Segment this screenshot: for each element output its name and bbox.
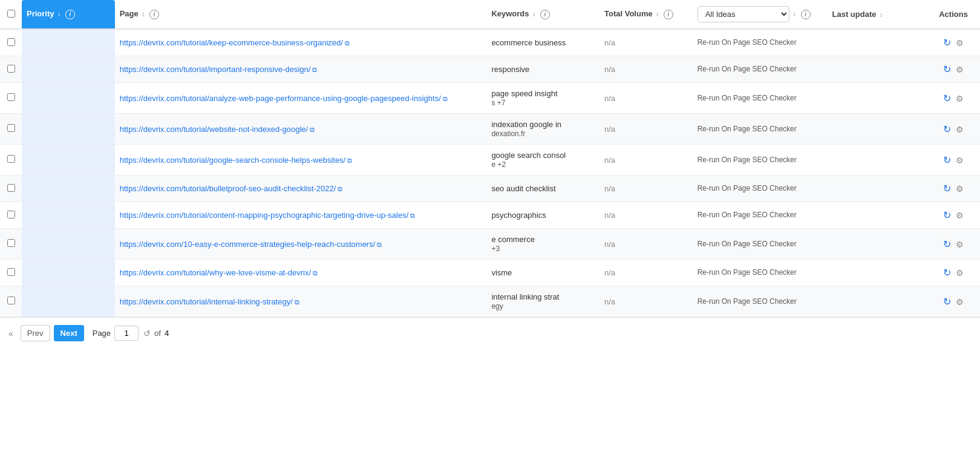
page-url-link[interactable]: https://devrix.com/tutorial/internal-lin…	[120, 297, 293, 306]
keyword-extra: e +2	[491, 160, 506, 169]
page-url-link[interactable]: https://devrix.com/tutorial/bulletproof-…	[120, 184, 336, 193]
keyword-text: indexation google in	[491, 120, 561, 129]
gear-icon: ⚙	[956, 297, 964, 307]
row-checkbox[interactable]	[7, 268, 15, 276]
row-checkbox[interactable]	[7, 184, 15, 192]
actions-cell: ↻⚙	[927, 29, 980, 56]
keyword-text: google search consol	[491, 151, 566, 160]
update-date-cell	[828, 114, 927, 145]
external-link-icon: ⧉	[310, 126, 315, 133]
gear-icon: ⚙	[956, 268, 964, 278]
refresh-button[interactable]: ↻	[941, 153, 953, 167]
gear-button[interactable]: ⚙	[953, 296, 966, 308]
refresh-button[interactable]: ↻	[941, 122, 953, 136]
table-row: https://devrix.com/tutorial/content-mapp…	[0, 202, 980, 229]
gear-icon: ⚙	[956, 240, 964, 249]
gear-icon: ⚙	[956, 38, 964, 48]
table-row: https://devrix.com/tutorial/important-re…	[0, 56, 980, 83]
row-checkbox-cell	[0, 229, 22, 260]
row-checkbox[interactable]	[7, 65, 15, 73]
volume-cell: n/a	[599, 56, 693, 83]
gear-icon: ⚙	[956, 125, 964, 134]
gear-button[interactable]: ⚙	[953, 238, 966, 251]
select-all-checkbox[interactable]	[7, 10, 15, 18]
gear-button[interactable]: ⚙	[953, 154, 966, 166]
page-url-cell: https://devrix.com/10-easy-e-commerce-st…	[115, 229, 487, 260]
update-sort-icon: ↕	[880, 11, 883, 18]
last-update-text: Re-run On Page SEO Checker	[697, 94, 797, 102]
last-update-text: Re-run On Page SEO Checker	[697, 156, 797, 164]
header-priority[interactable]: Priority ↕ i	[22, 0, 115, 29]
header-page[interactable]: Page ↕ i	[115, 0, 487, 29]
gear-button[interactable]: ⚙	[953, 93, 966, 105]
header-keywords[interactable]: Keywords ↕ i	[486, 0, 599, 29]
row-checkbox[interactable]	[7, 155, 15, 163]
gear-icon: ⚙	[956, 184, 964, 194]
keywords-cell: indexation google indexation.fr	[486, 114, 599, 145]
keywords-cell: visme	[486, 260, 599, 286]
volume-value: n/a	[604, 211, 615, 220]
actions-cell: ↻⚙	[927, 114, 980, 145]
prev-button[interactable]: Prev	[21, 325, 50, 341]
header-last-update[interactable]: Last update ↕	[828, 0, 927, 29]
priority-cell	[22, 145, 115, 176]
keyword-text: page speed insight	[491, 89, 557, 98]
refresh-button[interactable]: ↻	[941, 91, 953, 105]
row-checkbox-cell	[0, 260, 22, 286]
table-row: https://devrix.com/tutorial/why-we-love-…	[0, 260, 980, 286]
page-url-cell: https://devrix.com/tutorial/internal-lin…	[115, 286, 487, 317]
page-url-cell: https://devrix.com/tutorial/keep-ecommer…	[115, 29, 487, 56]
refresh-button[interactable]: ↻	[941, 295, 953, 309]
page-input[interactable]	[114, 326, 139, 341]
row-checkbox[interactable]	[7, 211, 15, 218]
row-checkbox[interactable]	[7, 93, 15, 101]
page-url-link[interactable]: https://devrix.com/tutorial/google-searc…	[120, 156, 346, 165]
gear-button[interactable]: ⚙	[953, 267, 966, 279]
header-volume[interactable]: Total Volume ↕ i	[599, 0, 693, 29]
page-sort-icon: ↕	[142, 11, 145, 18]
external-link-icon: ⧉	[313, 269, 318, 277]
page-url-link[interactable]: https://devrix.com/tutorial/important-re…	[120, 65, 311, 74]
row-checkbox[interactable]	[7, 297, 15, 304]
keyword-text: psychographics	[491, 211, 546, 220]
gear-button[interactable]: ⚙	[953, 183, 966, 195]
first-page-button[interactable]: «	[5, 326, 17, 341]
actions-label: Actions	[939, 10, 968, 19]
gear-button[interactable]: ⚙	[953, 64, 966, 76]
volume-value: n/a	[604, 297, 615, 306]
update-date-cell	[828, 145, 927, 176]
actions-cell: ↻⚙	[927, 176, 980, 202]
reset-page-icon[interactable]: ↺	[143, 329, 151, 338]
page-url-link[interactable]: https://devrix.com/tutorial/content-mapp…	[120, 211, 409, 220]
volume-value: n/a	[604, 240, 615, 249]
refresh-button[interactable]: ↻	[941, 237, 953, 251]
page-url-link[interactable]: https://devrix.com/tutorial/keep-ecommer…	[120, 38, 343, 47]
pagination-bar: « Prev Next Page ↺ of 4	[0, 317, 980, 349]
refresh-button[interactable]: ↻	[941, 266, 953, 280]
priority-cell	[22, 229, 115, 260]
page-url-cell: https://devrix.com/tutorial/important-re…	[115, 56, 487, 83]
last-update-cell: Re-run On Page SEO Checker	[693, 202, 828, 229]
all-ideas-dropdown[interactable]: All Ideas Quick Wins Opportunities Under…	[697, 6, 789, 22]
header-actions: Actions	[927, 0, 980, 29]
refresh-button[interactable]: ↻	[941, 182, 953, 195]
page-url-link[interactable]: https://devrix.com/tutorial/why-we-love-…	[120, 268, 311, 277]
volume-cell: n/a	[599, 260, 693, 286]
actions-cell: ↻⚙	[927, 229, 980, 260]
gear-button[interactable]: ⚙	[953, 37, 966, 49]
refresh-button[interactable]: ↻	[941, 62, 953, 76]
row-checkbox[interactable]	[7, 239, 15, 247]
page-url-link[interactable]: https://devrix.com/tutorial/website-not-…	[120, 125, 308, 134]
gear-button[interactable]: ⚙	[953, 123, 966, 136]
last-update-label: Last update	[832, 10, 877, 19]
gear-button[interactable]: ⚙	[953, 209, 966, 222]
next-button[interactable]: Next	[54, 325, 84, 341]
page-url-cell: https://devrix.com/tutorial/google-searc…	[115, 145, 487, 176]
external-link-icon: ⧉	[347, 157, 352, 164]
refresh-button[interactable]: ↻	[941, 208, 953, 222]
refresh-button[interactable]: ↻	[941, 36, 953, 50]
row-checkbox[interactable]	[7, 124, 15, 132]
row-checkbox[interactable]	[7, 38, 15, 46]
page-url-link[interactable]: https://devrix.com/10-easy-e-commerce-st…	[120, 240, 376, 249]
page-url-link[interactable]: https://devrix.com/tutorial/analyze-web-…	[120, 94, 441, 103]
